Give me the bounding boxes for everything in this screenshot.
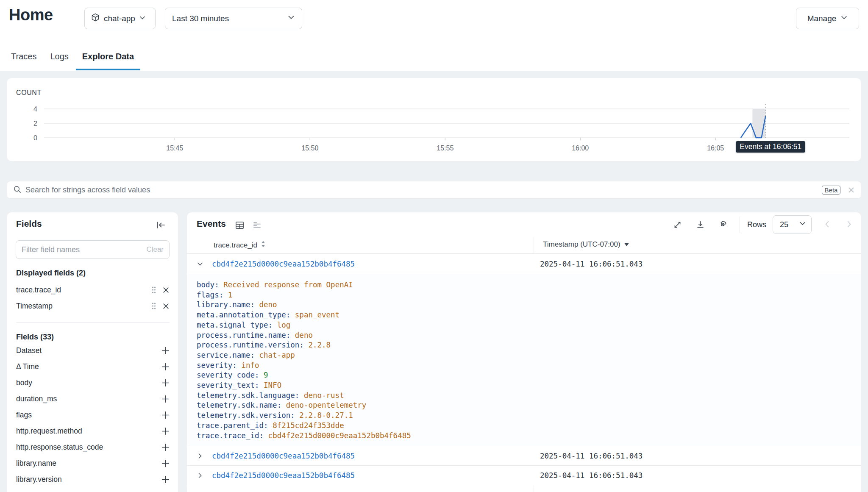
field-row: flags	[7, 407, 178, 423]
attribute-value: deno	[295, 331, 313, 339]
attribute-value: chat-app	[259, 351, 295, 359]
events-panel-title: Events	[197, 219, 226, 229]
list-view-icon[interactable]	[252, 220, 262, 232]
next-page-icon[interactable]	[845, 220, 853, 230]
add-field-icon[interactable]	[161, 395, 170, 403]
attribute-key: library.name:	[197, 300, 255, 309]
add-field-icon[interactable]	[161, 363, 170, 371]
manage-button[interactable]: Manage	[796, 8, 859, 29]
timestamp-cell: 2025-04-11 16:06:51.043	[540, 260, 643, 268]
attribute-value: 8f215cd24f353dde	[273, 421, 344, 430]
attribute-value: cbd4f2e215d0000c9eaa152b0b4f6485	[268, 431, 411, 440]
rows-label: Rows	[747, 220, 766, 229]
top-header: Home chat-app Last 30 minutes Manage	[0, 0, 868, 71]
attribute-key: process.runtime.version:	[197, 341, 304, 349]
attribute-value: 2.2.8-0.27.1	[299, 411, 353, 420]
displayed-field-row: Timestamp	[7, 298, 178, 314]
add-field-icon[interactable]	[161, 443, 170, 451]
svg-text:15:45: 15:45	[166, 145, 183, 152]
sort-desc-icon	[624, 240, 629, 249]
count-chart-card: COUNT 02415:4515:5015:5516:0016:05 Event…	[7, 78, 861, 161]
column-header-trace-id[interactable]: trace.trace_id	[214, 240, 266, 250]
global-search-bar: Beta ✕	[7, 181, 861, 199]
download-icon[interactable]	[696, 220, 705, 229]
timestamp-cell: 2025-04-11 16:06:51.043	[540, 471, 643, 480]
attribute-value: log	[277, 321, 291, 329]
trace-id-link[interactable]: cbd4f2e215d0000c9eaa152b0b4f6485	[212, 260, 355, 268]
tab-logs[interactable]: Logs	[44, 44, 75, 70]
table-view-icon[interactable]	[235, 220, 245, 232]
sort-icon	[261, 240, 266, 250]
chevron-down-icon	[287, 14, 295, 23]
field-name: library.version	[16, 475, 161, 484]
svg-text:0: 0	[33, 134, 37, 142]
column-label: trace.trace_id	[214, 241, 257, 250]
field-row: library.name	[7, 455, 178, 471]
chevron-right-icon[interactable]	[197, 453, 203, 461]
rows-per-page-select[interactable]: 25	[773, 215, 812, 234]
field-name: duration_ms	[16, 395, 161, 403]
event-attribute: trace.parent_id: 8f215cd24f353dde	[197, 421, 861, 431]
attribute-value: deno-opentelemetry	[286, 401, 367, 409]
event-attribute: severity_code: 9	[197, 370, 861, 381]
attribute-key: telemetry.sdk.language:	[197, 391, 299, 400]
attribute-key: severity:	[197, 361, 237, 370]
event-attribute: service.name: chat-app	[197, 350, 861, 361]
dataset-dropdown[interactable]: chat-app	[84, 8, 156, 29]
svg-text:15:50: 15:50	[301, 145, 318, 152]
time-range-dropdown[interactable]: Last 30 minutes	[165, 8, 302, 29]
attribute-key: severity_text:	[197, 381, 259, 389]
remove-field-icon[interactable]	[162, 303, 170, 310]
event-attribute: telemetry.sdk.name: deno-opentelemetry	[197, 400, 861, 411]
add-field-icon[interactable]	[161, 475, 170, 484]
field-name: flags	[16, 411, 161, 420]
svg-text:4: 4	[33, 106, 37, 113]
field-name: Dataset	[16, 346, 161, 355]
table-row[interactable]: cbd4f2e215d0000c9eaa152b0b4f6485 2025-04…	[187, 254, 861, 274]
collapse-sidebar-icon[interactable]	[156, 220, 166, 232]
attribute-key: body:	[197, 281, 219, 289]
close-icon[interactable]: ✕	[847, 186, 855, 195]
table-row[interactable]: cbd4f2e215d0000c9eaa152b0b4f6485 2025-04…	[187, 466, 861, 485]
table-row[interactable]: cbd4f2e215d0000c9eaa152b0b4f6485 2025-04…	[187, 446, 861, 466]
gear-icon[interactable]	[718, 220, 728, 230]
add-field-icon[interactable]	[161, 379, 170, 387]
expand-icon[interactable]	[673, 220, 682, 229]
tab-traces[interactable]: Traces	[5, 44, 43, 70]
prev-page-icon[interactable]	[823, 220, 832, 230]
field-filter-input[interactable]	[22, 245, 146, 254]
attribute-value: info	[241, 361, 259, 370]
add-field-icon[interactable]	[161, 459, 170, 467]
attribute-key: flags:	[197, 291, 223, 299]
manage-label: Manage	[807, 14, 837, 23]
displayed-field-row: trace.trace_id	[7, 282, 178, 298]
trace-id-link[interactable]: cbd4f2e215d0000c9eaa152b0b4f6485	[212, 471, 355, 480]
attribute-value: 9	[264, 371, 268, 379]
time-range-value: Last 30 minutes	[172, 14, 287, 23]
tab-explore-data[interactable]: Explore Data	[76, 44, 140, 70]
add-field-icon[interactable]	[161, 411, 170, 419]
add-field-icon[interactable]	[161, 427, 170, 435]
event-attribute: flags: 1	[197, 290, 861, 300]
timestamp-cell: 2025-04-11 16:06:51.043	[540, 452, 643, 460]
trace-id-link[interactable]: cbd4f2e215d0000c9eaa152b0b4f6485	[212, 452, 355, 460]
svg-text:2: 2	[33, 120, 37, 127]
events-panel: Events Rows	[187, 212, 861, 492]
column-label: Timestamp (UTC-07:00)	[543, 240, 620, 249]
drag-handle-icon[interactable]	[151, 286, 156, 294]
divider	[16, 322, 170, 323]
event-attribute: meta.annotation_type: span_event	[197, 310, 861, 320]
filter-clear-button[interactable]: Clear	[146, 245, 164, 254]
drag-handle-icon[interactable]	[151, 302, 156, 310]
attribute-value: 1	[228, 291, 233, 299]
column-header-timestamp[interactable]: Timestamp (UTC-07:00)	[543, 240, 629, 249]
remove-field-icon[interactable]	[162, 286, 170, 294]
add-field-icon[interactable]	[161, 347, 170, 355]
chevron-right-icon[interactable]	[197, 472, 203, 481]
count-chart[interactable]: 02415:4515:5015:5516:0016:05	[7, 78, 861, 161]
event-attribute: library.name: deno	[197, 300, 861, 310]
search-input[interactable]	[25, 186, 822, 195]
beta-badge: Beta	[822, 186, 841, 195]
chevron-down-icon[interactable]	[197, 261, 203, 269]
field-name: Δ Time	[16, 362, 161, 371]
